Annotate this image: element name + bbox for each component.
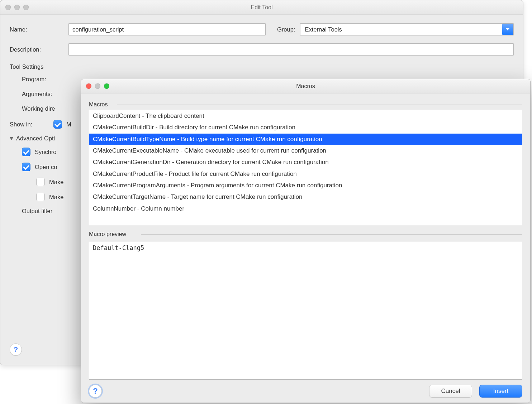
macros-title: Macros — [81, 83, 530, 90]
synchronize-label-partial: Synchro — [35, 149, 57, 155]
group-select-value: External Tools — [305, 26, 342, 33]
make-stdout-checkbox[interactable] — [36, 178, 45, 186]
output-filter-label: Output filter — [22, 208, 52, 215]
name-label: Name: — [10, 26, 63, 33]
group-label: Group: — [277, 26, 295, 33]
chevron-down-icon[interactable] — [502, 24, 513, 35]
show-in-first-partial: M — [66, 121, 71, 128]
macro-item[interactable]: CMakeCurrentProgramArguments - Program a… — [89, 180, 522, 191]
edit-tool-title: Edit Tool — [0, 4, 523, 11]
cancel-button-label: Cancel — [441, 388, 460, 395]
cancel-button[interactable]: Cancel — [429, 385, 472, 398]
description-input[interactable] — [68, 43, 514, 56]
make-stderr-label-partial: Make — [49, 194, 63, 201]
description-label: Description: — [10, 46, 63, 53]
tool-settings-label: Tool Settings — [10, 63, 514, 70]
macro-item[interactable]: ClipboardContent - The clipboard content — [89, 110, 522, 122]
macro-item[interactable]: ColumnNumber - Column number — [89, 203, 522, 215]
open-console-label-partial: Open co — [35, 164, 57, 170]
open-console-checkbox[interactable] — [22, 163, 30, 171]
macro-item[interactable]: CMakeCurrentBuildDir - Build directory f… — [89, 122, 522, 133]
make-stdout-label-partial: Make — [49, 179, 63, 186]
insert-button[interactable]: Insert — [479, 385, 522, 398]
disclosure-triangle-icon — [10, 137, 13, 140]
macros-list-label: Macros — [89, 101, 522, 108]
insert-button-label: Insert — [493, 388, 509, 395]
edit-tool-titlebar: Edit Tool — [0, 0, 523, 15]
advanced-options-label: Advanced Opti — [16, 135, 55, 142]
macro-item[interactable]: CMakeCurrentExecutableName - CMake execu… — [89, 145, 522, 157]
macros-list[interactable]: ClipboardContent - The clipboard content… — [89, 110, 522, 225]
group-select[interactable]: External Tools — [300, 23, 514, 35]
name-input[interactable] — [68, 23, 266, 35]
macro-item[interactable]: CMakeCurrentBuildTypeName - Build type n… — [89, 134, 522, 145]
macro-item[interactable]: CMakeCurrentTargetName - Target name for… — [89, 191, 522, 203]
help-button[interactable]: ? — [10, 343, 22, 356]
macro-preview-label: Macro preview — [89, 231, 522, 237]
macro-item[interactable]: CMakeCurrentProductFile - Product file f… — [89, 168, 522, 180]
macro-item[interactable]: CMakeCurrentGenerationDir - Generation d… — [89, 157, 522, 168]
make-stderr-checkbox[interactable] — [36, 193, 45, 201]
show-in-label: Show in: — [10, 121, 49, 128]
macro-preview-value: Default-Clang5 — [93, 244, 144, 251]
macros-titlebar: Macros — [81, 79, 530, 93]
help-button[interactable]: ? — [89, 385, 102, 398]
macro-preview: Default-Clang5 — [89, 242, 522, 380]
macros-window: Macros Macros ClipboardContent - The cli… — [81, 79, 531, 403]
show-in-first-checkbox[interactable] — [53, 120, 62, 129]
synchronize-checkbox[interactable] — [22, 148, 30, 156]
